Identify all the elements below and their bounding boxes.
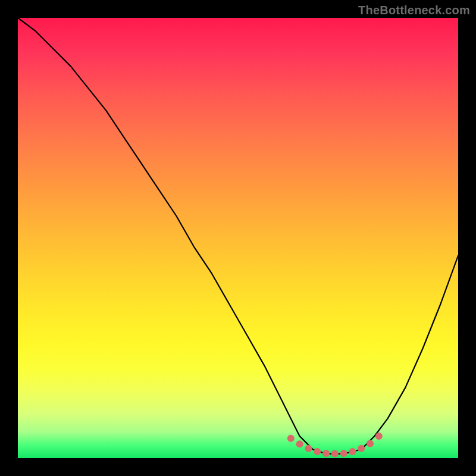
chart-frame: TheBottleneck.com bbox=[0, 0, 476, 476]
bottleneck-curve bbox=[18, 18, 458, 454]
optimal-range-marker bbox=[287, 433, 383, 458]
optimal-range-dot bbox=[349, 448, 356, 455]
optimal-range-dot bbox=[287, 435, 295, 442]
optimal-range-dot bbox=[358, 445, 365, 452]
optimal-range-dot bbox=[314, 448, 321, 455]
optimal-range-dot bbox=[367, 440, 374, 447]
optimal-range-dot bbox=[322, 450, 330, 457]
watermark-text: TheBottleneck.com bbox=[358, 4, 470, 17]
optimal-range-dot bbox=[331, 450, 339, 458]
optimal-range-dot bbox=[340, 450, 347, 457]
optimal-range-dot bbox=[296, 440, 303, 447]
chart-svg bbox=[18, 18, 458, 458]
optimal-range-dot bbox=[305, 445, 312, 452]
optimal-range-dot bbox=[375, 433, 383, 440]
